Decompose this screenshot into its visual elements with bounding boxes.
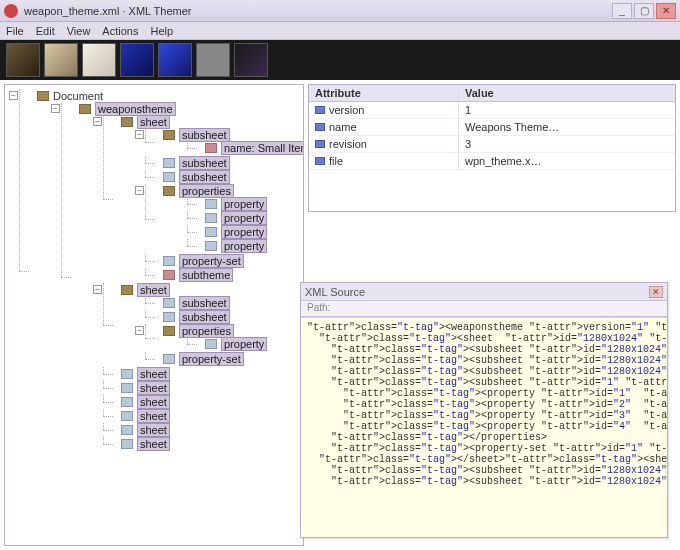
xml-line[interactable]: "t-attr">class="t-tag"><subsheet "t-attr… <box>307 476 661 487</box>
tree-node-label[interactable]: sheet <box>137 395 170 409</box>
thumbnail-5[interactable] <box>196 43 230 77</box>
xml-line[interactable]: "t-attr">class="t-tag"><property "t-attr… <box>307 410 661 421</box>
document-icon <box>163 312 175 322</box>
document-icon <box>121 439 133 449</box>
attribute-value[interactable]: 3 <box>459 136 675 152</box>
thumbnail-0[interactable] <box>6 43 40 77</box>
attribute-row[interactable]: nameWeapons Theme… <box>309 119 675 136</box>
tree-node-label[interactable]: property <box>221 225 267 239</box>
expander-icon[interactable]: − <box>51 104 60 113</box>
tree-node-label[interactable]: subsheet <box>179 156 230 170</box>
tree-node-label[interactable]: sheet <box>137 423 170 437</box>
attribute-value[interactable]: wpn_theme.x… <box>459 153 675 169</box>
folder-icon <box>121 117 133 127</box>
menu-item-view[interactable]: View <box>67 25 91 37</box>
tree-node-label[interactable]: sheet <box>137 409 170 423</box>
expander-icon[interactable]: − <box>93 117 102 126</box>
xml-line[interactable]: "t-attr">class="t-tag"><subsheet "t-attr… <box>307 355 661 366</box>
tree-node-label[interactable]: property-set <box>179 254 244 268</box>
menu-item-file[interactable]: File <box>6 25 24 37</box>
tree-node-label[interactable]: subtheme <box>179 268 233 282</box>
tree-node-label[interactable]: weaponstheme <box>95 102 176 116</box>
tree-node-label[interactable]: subsheet <box>179 310 230 324</box>
folder-icon <box>163 326 175 336</box>
expander-icon[interactable]: − <box>93 285 102 294</box>
xml-line[interactable]: "t-attr">class="t-tag"></sheet>"t-attr">… <box>307 454 661 465</box>
tree-node-label[interactable]: sheet <box>137 367 170 381</box>
thumbnail-4[interactable] <box>158 43 192 77</box>
xml-line[interactable]: "t-attr">class="t-tag"></properties> <box>307 432 661 443</box>
attribute-row[interactable]: revision3 <box>309 136 675 153</box>
menu-item-help[interactable]: Help <box>150 25 173 37</box>
expander-icon[interactable]: − <box>9 91 18 100</box>
expander-icon[interactable]: − <box>135 186 144 195</box>
tree-node-label[interactable]: sheet <box>137 437 170 451</box>
expander-icon[interactable]: − <box>135 130 144 139</box>
tree-panel[interactable]: −Document−weaponstheme−sheet−subsheetnam… <box>4 84 304 546</box>
folder-icon <box>163 186 175 196</box>
tree-node-label[interactable]: sheet <box>137 381 170 395</box>
thumbnail-2[interactable] <box>82 43 116 77</box>
tree-node-label[interactable]: name: Small Items <box>221 141 304 155</box>
attribute-row[interactable]: version1 <box>309 102 675 119</box>
xml-line[interactable]: "t-attr">class="t-tag"><property "t-attr… <box>307 399 661 410</box>
xml-line[interactable]: "t-attr">class="t-tag"><sheet "t-attr">i… <box>307 333 661 344</box>
titlebar: weapon_theme.xml · XML Themer _ ▢ ✕ <box>0 0 680 22</box>
attribute-value[interactable]: Weapons Theme… <box>459 119 675 135</box>
attribute-icon <box>315 157 325 165</box>
document-icon <box>121 411 133 421</box>
tree-root-label[interactable]: Document <box>53 90 103 102</box>
tree-node-label[interactable]: sheet <box>137 283 170 297</box>
tree-node-label[interactable]: subsheet <box>179 128 230 142</box>
tree-node-label[interactable]: subsheet <box>179 170 230 184</box>
menubar: FileEditViewActionsHelp <box>0 22 680 40</box>
xml-line[interactable]: "t-attr">class="t-tag"><subsheet "t-attr… <box>307 344 661 355</box>
attribute-value[interactable]: 1 <box>459 102 675 118</box>
thumbnail-6[interactable] <box>234 43 268 77</box>
xml-panel-titlebar[interactable]: XML Source ✕ <box>301 283 667 301</box>
document-icon <box>163 354 175 364</box>
close-button[interactable]: ✕ <box>656 3 676 19</box>
menu-item-actions[interactable]: Actions <box>102 25 138 37</box>
tree-node-label[interactable]: subsheet <box>179 296 230 310</box>
xml-line[interactable]: "t-attr">class="t-tag"><property-set "t-… <box>307 443 661 454</box>
thumbnail-3[interactable] <box>120 43 154 77</box>
tree-node-label[interactable]: sheet <box>137 115 170 129</box>
thumbnail-1[interactable] <box>44 43 78 77</box>
document-icon <box>205 339 217 349</box>
tree-node-label[interactable]: property <box>221 197 267 211</box>
xml-line[interactable]: "t-attr">class="t-tag"><property "t-attr… <box>307 388 661 399</box>
tree-node-label[interactable]: property <box>221 211 267 225</box>
attributes-header: Attribute Value <box>309 85 675 102</box>
xml-line[interactable]: "t-attr">class="t-tag"><subsheet "t-attr… <box>307 377 661 388</box>
minimize-button[interactable]: _ <box>612 3 632 19</box>
menu-item-edit[interactable]: Edit <box>36 25 55 37</box>
folder-icon <box>121 285 133 295</box>
tree-node-label[interactable]: property-set <box>179 352 244 366</box>
xml-line[interactable]: "t-attr">class="t-tag"><subsheet "t-attr… <box>307 366 661 377</box>
xml-panel-close-button[interactable]: ✕ <box>649 286 663 298</box>
document-icon <box>205 227 217 237</box>
attribute-row[interactable]: filewpn_theme.x… <box>309 153 675 170</box>
attribute-icon <box>315 123 325 131</box>
tree-node-label[interactable]: property <box>221 239 267 253</box>
attr-head-value: Value <box>459 85 675 101</box>
xml-source-body[interactable]: "t-attr">class="t-tag"><weaponstheme "t-… <box>301 317 667 537</box>
xml-source-panel[interactable]: XML Source ✕ Path: "t-attr">class="t-tag… <box>300 282 668 538</box>
document-icon <box>205 213 217 223</box>
document-icon <box>121 383 133 393</box>
folder-icon <box>79 104 91 114</box>
app-icon <box>4 4 18 18</box>
tree-node-label[interactable]: property <box>221 337 267 351</box>
tree-node-label[interactable]: properties <box>179 324 234 338</box>
tree-node-label[interactable]: properties <box>179 184 234 198</box>
document-icon <box>163 256 175 266</box>
maximize-button[interactable]: ▢ <box>634 3 654 19</box>
expander-icon[interactable]: − <box>135 326 144 335</box>
xml-line[interactable]: "t-attr">class="t-tag"><subsheet "t-attr… <box>307 465 661 476</box>
xml-line[interactable]: "t-attr">class="t-tag"><property "t-attr… <box>307 421 661 432</box>
xml-line[interactable]: "t-attr">class="t-tag"><weaponstheme "t-… <box>307 322 661 333</box>
document-icon <box>121 425 133 435</box>
attributes-panel[interactable]: Attribute Value version1nameWeapons Them… <box>308 84 676 212</box>
document-icon <box>205 241 217 251</box>
